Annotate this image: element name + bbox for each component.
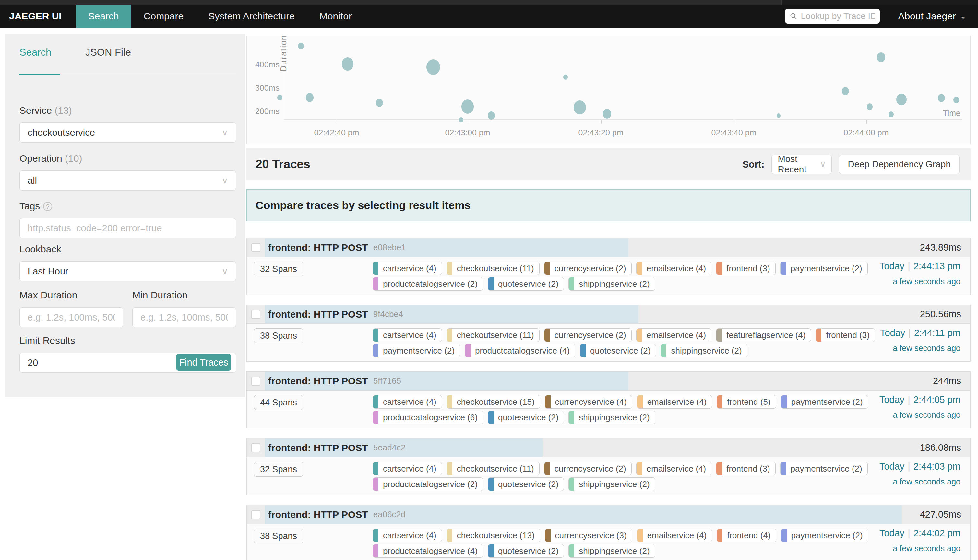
service-tag-quoteservice[interactable]: quoteservice (2) [488,411,564,424]
trace-card-header[interactable]: frontend: HTTP POST e08ebe1 243.89ms [247,238,970,257]
trace-date-link[interactable]: Today [880,461,905,472]
trace-scatter-point[interactable] [461,100,474,114]
service-tag-currencyservice[interactable]: currencyservice (4) [545,395,633,409]
service-tag-checkoutservice[interactable]: checkoutservice (11) [447,262,539,275]
trace-result-card[interactable]: frontend: HTTP POST 5ff7165 244ms 44 Spa… [247,372,971,428]
trace-scatter-point[interactable] [888,112,894,117]
service-tag-checkoutservice[interactable]: checkoutservice (15) [447,395,540,409]
service-tag-cartservice[interactable]: cartservice (4) [372,462,442,475]
tab-search[interactable]: Search [20,47,51,70]
service-tag-shippingservice[interactable]: shippingservice (2) [568,544,655,558]
service-tag-frontend[interactable]: frontend (5) [717,395,776,409]
service-tag-cartservice[interactable]: cartservice (4) [372,262,442,275]
service-tag-frontend[interactable]: frontend (4) [717,528,776,542]
trace-scatter-point[interactable] [277,95,282,100]
trace-scatter-point[interactable] [306,93,314,102]
trace-scatter-point[interactable] [376,99,383,107]
trace-date-link[interactable]: Today [880,328,905,338]
trace-select-checkbox[interactable] [251,310,260,319]
trace-result-card[interactable]: frontend: HTTP POST 5ead4c2 186.08ms 32 … [247,438,971,495]
trace-scatter-point[interactable] [777,113,781,118]
trace-scatter-point[interactable] [574,100,586,115]
service-tag-paymentservice[interactable]: paymentservice (2) [781,395,868,409]
operation-select[interactable]: all∨ [20,170,236,190]
help-icon[interactable]: ? [43,202,52,211]
service-tag-checkoutservice[interactable]: checkoutservice (13) [447,528,540,542]
service-tag-shippingservice[interactable]: shippingservice (2) [568,477,655,491]
service-tag-currencyservice[interactable]: currencyservice (2) [544,328,632,342]
trace-scatter-point[interactable] [867,103,873,110]
trace-time-link[interactable]: 2:44:03 pm [913,461,960,472]
trace-select-checkbox[interactable] [251,243,260,252]
service-tag-emailservice[interactable]: emailservice (4) [637,395,713,409]
service-tag-shippingservice[interactable]: shippingservice (2) [661,344,747,357]
service-tag-productcatalogservice[interactable]: productcatalogservice (4) [465,344,575,357]
trace-scatter-point[interactable] [298,43,304,50]
service-tag-emailservice[interactable]: emailservice (4) [637,528,713,542]
tags-input[interactable] [20,218,236,238]
service-tag-quoteservice[interactable]: quoteservice (2) [488,544,564,558]
min-duration-input[interactable] [132,307,236,327]
service-tag-productcatalogservice[interactable]: productcatalogservice (2) [372,277,483,291]
trace-card-header[interactable]: frontend: HTTP POST 5ead4c2 186.08ms [247,438,970,457]
trace-select-checkbox[interactable] [251,443,260,452]
trace-time-link[interactable]: 2:44:13 pm [913,261,960,271]
trace-select-checkbox[interactable] [251,510,260,519]
trace-card-header[interactable]: frontend: HTTP POST ea06c2d 427.05ms [247,505,970,524]
service-tag-cartservice[interactable]: cartservice (4) [372,328,442,342]
span-count-chip[interactable]: 38 Spans [254,528,303,543]
span-count-chip[interactable]: 32 Spans [254,262,303,277]
span-count-chip[interactable]: 38 Spans [254,328,303,343]
service-tag-paymentservice[interactable]: paymentservice (2) [780,262,868,275]
service-tag-checkoutservice[interactable]: checkoutservice (11) [447,328,539,342]
service-tag-quoteservice[interactable]: quoteservice (2) [488,277,564,291]
lookback-select[interactable]: Last Hour∨ [20,261,236,281]
find-traces-button[interactable]: Find Traces [176,354,231,371]
trace-select-checkbox[interactable] [251,377,260,386]
service-tag-paymentservice[interactable]: paymentservice (2) [781,528,868,542]
max-duration-input[interactable] [20,307,123,327]
sort-select[interactable]: Most Recent∨ [771,155,832,174]
trace-scatter-point[interactable] [563,75,568,80]
service-tag-currencyservice[interactable]: currencyservice (2) [544,262,632,275]
service-tag-emailservice[interactable]: emailservice (4) [636,262,712,275]
trace-date-link[interactable]: Today [880,261,905,271]
trace-card-header[interactable]: frontend: HTTP POST 9f4cbe4 250.56ms [247,305,970,324]
service-tag-currencyservice[interactable]: currencyservice (3) [545,528,633,542]
trace-scatter-point[interactable] [877,52,885,62]
trace-scatter-point[interactable] [842,87,849,95]
trace-scatter-point[interactable] [459,117,463,122]
trace-time-link[interactable]: 2:44:02 pm [913,528,960,538]
trace-scatter-point[interactable] [342,57,354,71]
trace-time-link[interactable]: 2:44:05 pm [913,394,960,405]
service-tag-frontend[interactable]: frontend (3) [816,328,875,342]
service-tag-productcatalogservice[interactable]: productcatalogservice (4) [372,544,483,558]
service-tag-emailservice[interactable]: emailservice (4) [636,328,712,342]
trace-scatter-point[interactable] [488,112,495,120]
trace-time-link[interactable]: 2:44:11 pm [914,328,960,338]
trace-scatter-point[interactable] [426,59,440,75]
tab-json-file[interactable]: JSON File [85,47,131,70]
service-tag-productcatalogservice[interactable]: productcatalogservice (2) [372,477,483,491]
trace-result-card[interactable]: frontend: HTTP POST e08ebe1 243.89ms 32 … [247,238,971,295]
service-tag-shippingservice[interactable]: shippingservice (2) [568,411,655,424]
service-tag-shippingservice[interactable]: shippingservice (2) [568,277,655,291]
nav-item-search[interactable]: Search [76,5,131,28]
trace-scatter-point[interactable] [896,94,907,106]
span-count-chip[interactable]: 44 Spans [254,395,303,410]
service-tag-paymentservice[interactable]: paymentservice (2) [780,462,868,475]
trace-card-header[interactable]: frontend: HTTP POST 5ff7165 244ms [247,372,970,390]
span-count-chip[interactable]: 32 Spans [254,462,303,477]
service-tag-cartservice[interactable]: cartservice (4) [372,528,442,542]
service-tag-cartservice[interactable]: cartservice (4) [372,395,442,409]
service-tag-quoteservice[interactable]: quoteservice (2) [488,477,564,491]
duration-scatter-plot[interactable]: Duration 400ms 300ms 200ms 02:42:40 pm02… [247,36,971,144]
trace-result-card[interactable]: frontend: HTTP POST ea06c2d 427.05ms 38 … [247,505,971,560]
nav-item-compare[interactable]: Compare [131,5,196,28]
trace-date-link[interactable]: Today [880,528,905,538]
service-tag-frontend[interactable]: frontend (3) [716,262,775,275]
trace-scatter-point[interactable] [953,97,959,103]
service-tag-frontend[interactable]: frontend (3) [716,462,775,475]
service-tag-emailservice[interactable]: emailservice (4) [636,462,712,475]
service-tag-checkoutservice[interactable]: checkoutservice (11) [447,462,539,475]
